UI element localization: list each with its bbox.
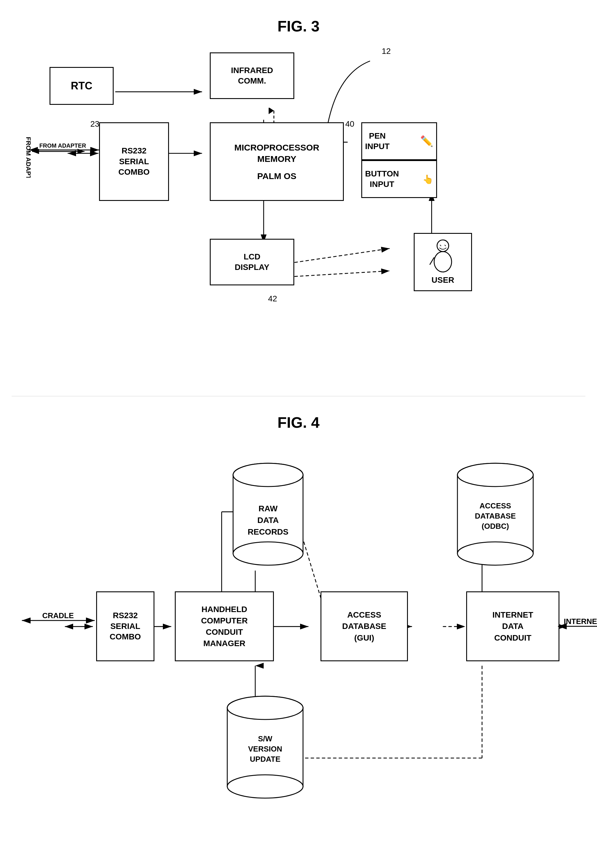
internet-conduit-box: INTERNET DATA CONDUIT [466,591,560,661]
pen-input-box: PENINPUT ✏️ [361,122,437,160]
svg-point-18 [437,240,449,252]
sw-version-svg: S/W VERSION UPDATE [224,693,306,804]
access-odbc-cylinder: ACCESS DATABASE (ODBC) [454,460,536,571]
svg-line-20 [440,245,441,246]
svg-point-51 [233,542,303,565]
rs232-box-fig3: RS232 SERIAL COMBO [99,122,169,201]
svg-point-58 [457,542,533,565]
svg-text:DATABASE: DATABASE [475,512,516,520]
ref-42: 42 [268,294,277,304]
svg-point-59 [457,463,533,487]
sw-version-cylinder: S/W VERSION UPDATE [224,693,306,804]
internet-arrow-svg: INTERNET [557,618,597,635]
svg-text:UPDATE: UPDATE [250,755,281,763]
microprocessor-box: MICROPROCESSOR MEMORY PALM OS [210,122,344,201]
svg-line-14 [294,271,390,276]
internet-label-area: INTERNET [557,618,597,636]
ref-12: 12 [382,47,391,56]
svg-text:VERSION: VERSION [248,745,282,753]
fig3-title: FIG. 3 [12,18,585,35]
cradle-label-area: CRADLE [21,612,99,630]
svg-text:FROM ADAPTER: FROM ADAPTER [39,142,86,149]
svg-text:INTERNET: INTERNET [564,618,597,626]
ref-40: 40 [345,119,354,129]
user-icon [428,238,457,273]
cradle-arrow-svg: CRADLE [21,612,99,629]
button-input-box: BUTTONINPUT 👆 [361,160,437,198]
fig4-container: FIG. 4 [12,414,585,850]
divider [12,396,585,396]
svg-point-52 [233,463,303,487]
svg-line-13 [294,248,390,262]
svg-text:(ODBC): (ODBC) [482,522,509,530]
fig3-container: FIG. 3 [12,12,585,390]
ref-23: 23 [90,119,100,129]
user-figure: USER [414,233,472,291]
svg-line-21 [445,245,446,246]
svg-text:DATA: DATA [257,515,279,525]
rs232-box-fig4: RS232 SERIAL COMBO [96,591,154,661]
page: FIG. 3 [0,0,597,868]
svg-text:RAW: RAW [258,504,278,513]
fig4-title: FIG. 4 [12,414,585,431]
svg-point-65 [227,775,303,798]
handheld-mgr-box: HANDHELD COMPUTER CONDUIT MANAGER [175,591,274,661]
raw-data-cylinder-svg: RAW DATA RECORDS [230,460,306,571]
raw-data-cylinder: RAW DATA RECORDS [230,460,306,571]
svg-text:CRADLE: CRADLE [42,612,74,620]
svg-point-66 [227,696,303,720]
from-adapter-arrow-svg: FROM ADAPTER [28,141,109,159]
rtc-box: RTC [49,67,114,105]
svg-line-22 [430,258,434,265]
lcd-box: LCD DISPLAY [210,239,294,285]
svg-text:S/W: S/W [258,734,272,743]
svg-point-19 [434,252,451,272]
access-odbc-svg: ACCESS DATABASE (ODBC) [454,460,536,571]
infrared-box: INFRARED COMM. [210,52,294,99]
access-gui-box: ACCESS DATABASE (GUI) [321,591,408,661]
svg-text:RECORDS: RECORDS [248,527,288,536]
svg-text:ACCESS: ACCESS [480,501,511,510]
